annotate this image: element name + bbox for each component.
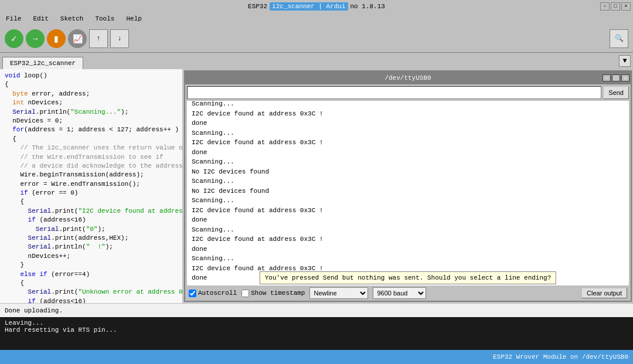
serial-monitor-panel: /dev/ttyUSB0 − □ × Send I2C ScannerScann…: [184, 70, 632, 302]
serial-output-line: I2C device found at address 0x3C !: [192, 264, 624, 274]
serial-monitor-controls: − □ ×: [603, 74, 629, 81]
code-line: {: [5, 135, 178, 144]
code-line: if (address<16): [5, 297, 178, 303]
show-timestamp-checkbox[interactable]: [241, 290, 249, 297]
tab-esp32-i2c-scanner[interactable]: ESP32_i2c_scanner: [2, 57, 83, 69]
maximize-button[interactable]: □: [611, 2, 620, 11]
search-button[interactable]: 🔍: [610, 29, 628, 48]
serial-output[interactable]: I2C ScannerScanning...I2C device found a…: [187, 101, 629, 285]
menu-sketch[interactable]: Sketch: [57, 14, 87, 23]
serial-output-line: done: [192, 273, 624, 283]
code-line: Serial.println(" !");: [5, 243, 178, 251]
console-area[interactable]: Leaving... Hard resetting via RTS pin...: [0, 317, 633, 350]
app-version: no 1.8.13: [350, 3, 385, 10]
open-button[interactable]: ↓: [110, 29, 129, 48]
baud-rate-select[interactable]: 300 baud 1200 baud 2400 baud 4800 baud 9…: [373, 287, 426, 299]
console-line: Hard resetting via RTS pin...: [5, 326, 628, 334]
code-line: byte error, address;: [5, 90, 178, 98]
status-bar: Done uploading.: [0, 303, 633, 317]
serial-output-line: Scanning...: [192, 254, 624, 264]
code-line: Serial.println("Scanning...");: [5, 108, 178, 117]
show-timestamp-label[interactable]: Show timestamp: [241, 290, 305, 297]
new-button[interactable]: ↑: [89, 29, 108, 48]
code-line: {: [5, 198, 178, 206]
code-editor[interactable]: void loop() { byte error, address; int n…: [0, 69, 183, 303]
autoscroll-checkbox[interactable]: [189, 290, 196, 297]
serial-footer: Autoscroll Show timestamp No line ending…: [185, 285, 631, 301]
code-line: Serial.print("I2C device found at addres…: [5, 207, 178, 216]
close-button[interactable]: ×: [621, 2, 631, 11]
chevron-down-icon: ▼: [622, 57, 627, 65]
serial-maximize-button[interactable]: □: [612, 74, 620, 81]
code-line: // the Wire.endTransmission to see if: [5, 153, 178, 162]
code-line: Wire.beginTransmission(address);: [5, 171, 178, 179]
code-line: else if (error==4): [5, 270, 178, 279]
autoscroll-label-text: Autoscroll: [198, 290, 237, 297]
menu-tools[interactable]: Tools: [91, 14, 118, 23]
menu-bar: File Edit Sketch Tools Help: [0, 13, 633, 25]
title-text: ESP32 i2c_scanner | Ardui no 1.8.13: [248, 2, 385, 11]
window-controls: − □ ×: [600, 2, 631, 11]
title-highlight: i2c_scanner | Ardui: [270, 2, 348, 11]
serial-output-line: I2C device found at address 0x3C !: [192, 206, 624, 216]
code-line: nDevices = 0;: [5, 117, 178, 125]
verify-button[interactable]: ✓: [5, 29, 23, 48]
menu-help[interactable]: Help: [122, 14, 145, 23]
serial-output-line: done: [192, 215, 624, 225]
code-line: Serial.print("Unknown error at address 0…: [5, 288, 178, 297]
tab-dropdown[interactable]: ▼: [619, 55, 631, 67]
code-line: nDevices++;: [5, 252, 178, 261]
tabs-bar: ESP32_i2c_scanner ▼: [0, 53, 633, 69]
code-line: Serial.print("0");: [5, 225, 178, 234]
serial-output-line: I2C device found at address 0x3C !: [192, 234, 624, 244]
serial-output-line: Scanning...: [192, 101, 624, 109]
code-line: int nDevices;: [5, 98, 178, 107]
main-content: void loop() { byte error, address; int n…: [0, 69, 633, 303]
show-timestamp-label-text: Show timestamp: [251, 290, 305, 297]
search-icon: 🔍: [615, 34, 624, 43]
code-line: {: [5, 279, 178, 288]
code-line: // a device did acknowledge to the addre…: [5, 162, 178, 171]
upload-button[interactable]: →: [26, 29, 45, 48]
toolbar: ✓ → ▮ 📈 ↑ ↓ 🔍: [0, 25, 633, 53]
console-line: Leaving...: [5, 319, 628, 326]
serial-output-line: I2C device found at address 0x3C !: [192, 109, 624, 119]
serial-input-field[interactable]: [187, 86, 601, 99]
autoscroll-label[interactable]: Autoscroll: [189, 290, 237, 297]
serial-output-line: done: [192, 148, 624, 158]
send-button[interactable]: Send: [603, 86, 629, 99]
menu-file[interactable]: File: [2, 14, 25, 23]
serial-minimize-button[interactable]: −: [603, 74, 611, 81]
serial-output-line: done: [192, 118, 624, 128]
code-line: // The i2c_scanner uses the return value…: [5, 144, 178, 152]
clear-output-button[interactable]: Clear output: [581, 288, 627, 298]
code-line: for(address = 1; address < 127; address+…: [5, 125, 178, 134]
code-line: error = Wire.endTransmission();: [5, 180, 178, 189]
serial-output-line: I2C device found at address 0x3C !: [192, 138, 624, 148]
serial-output-line: No I2C devices found: [192, 167, 624, 177]
menu-edit[interactable]: Edit: [29, 14, 52, 23]
code-line: void loop(): [5, 72, 178, 80]
footer-bar: ESP32 Wrover Module on /dev/ttyUSB0: [0, 350, 633, 364]
debug-button[interactable]: ▮: [47, 29, 66, 48]
serial-output-line: Scanning...: [192, 128, 624, 138]
minimize-button[interactable]: −: [600, 2, 610, 11]
code-line: {: [5, 80, 178, 89]
code-line: if (error == 0): [5, 189, 178, 198]
code-line: if (address<16): [5, 216, 178, 224]
code-line: }: [5, 261, 178, 270]
serial-close-button[interactable]: ×: [621, 74, 629, 81]
tab-label: ESP32_i2c_scanner: [10, 60, 76, 67]
serial-input-bar: Send: [185, 84, 631, 101]
serial-output-line: Scanning...: [192, 225, 624, 235]
serial-output-line: No I2C devices found: [192, 186, 624, 196]
serial-output-line: Scanning...: [192, 196, 624, 206]
app-name: ESP32: [248, 3, 267, 10]
serial-output-line: Scanning...: [192, 176, 624, 186]
bottom-area: Done uploading. Leaving... Hard resettin…: [0, 303, 633, 364]
newline-select[interactable]: No line ending Newline Carriage return B…: [309, 287, 368, 299]
serial-plotter-button[interactable]: 📈: [68, 29, 87, 48]
status-text: Done uploading.: [5, 307, 63, 314]
title-bar: ESP32 i2c_scanner | Ardui no 1.8.13 − □ …: [0, 0, 633, 13]
footer-text: ESP32 Wrover Module on /dev/ttyUSB0: [493, 353, 628, 360]
